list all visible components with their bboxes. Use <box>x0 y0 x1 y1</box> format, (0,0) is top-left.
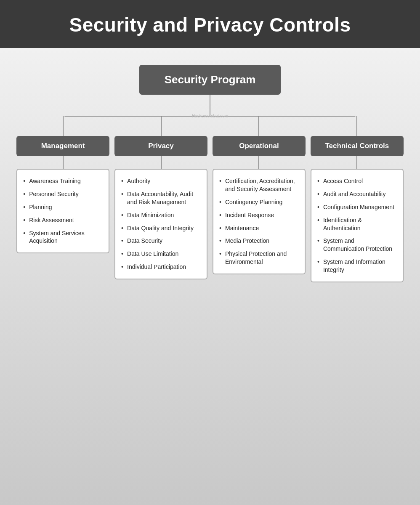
category-box-technical: Technical Controls <box>311 136 404 156</box>
category-box-privacy: Privacy <box>114 136 207 156</box>
list-item: Incident Response <box>218 211 298 219</box>
column-management: ManagementAwareness TrainingPersonnel Se… <box>16 116 109 282</box>
col-connector-privacy <box>161 116 162 136</box>
columns-wrapper: ManagementAwareness TrainingPersonnel Se… <box>16 116 404 282</box>
list-item: Media Protection <box>218 237 298 245</box>
col-connector-technical <box>356 116 357 136</box>
root-connector <box>210 95 210 116</box>
cat-connector-privacy <box>161 156 162 169</box>
column-operational: OperationalCertification, Accreditation,… <box>213 116 306 282</box>
column-privacy: PrivacyAuthorityData Accountability, Aud… <box>114 116 207 282</box>
list-item: Physical Protection and Environmental <box>218 250 298 266</box>
cat-connector-management <box>63 156 64 169</box>
list-item: System and Communication Protection <box>316 237 396 253</box>
cat-connector-technical <box>356 156 357 169</box>
list-item: System and Services Acquisition <box>21 229 102 245</box>
root-box: Security Program <box>139 65 281 95</box>
list-item: Data Quality and Integrity <box>120 224 200 232</box>
items-box-operational: Certification, Accreditation, and Securi… <box>213 169 306 274</box>
list-item: Identification & Authentication <box>316 216 396 232</box>
list-item: Data Accountability, Audit and Risk Mana… <box>120 190 200 206</box>
list-item: System and Information Integrity <box>316 258 396 274</box>
list-item: Data Minimization <box>120 211 200 219</box>
col-connector-operational <box>258 116 259 136</box>
columns-row: ManagementAwareness TrainingPersonnel Se… <box>16 116 404 282</box>
items-box-privacy: AuthorityData Accountability, Audit and … <box>114 169 207 279</box>
cat-connector-operational <box>258 156 259 169</box>
category-box-management: Management <box>16 136 109 156</box>
list-item: Data Use Limitation <box>120 250 200 258</box>
list-item: Awareness Training <box>21 177 102 185</box>
list-item: Authority <box>120 177 200 185</box>
list-item: Personnel Security <box>21 190 102 198</box>
items-box-technical: Access ControlAudit and AccountabilityCo… <box>311 169 404 282</box>
column-technical: Technical ControlsAccess ControlAudit an… <box>311 116 404 282</box>
list-item: Access Control <box>316 177 396 185</box>
list-item: Individual Participation <box>120 263 200 271</box>
list-item: Certification, Accreditation, and Securi… <box>218 177 298 193</box>
diagram-area: Security Program Hackercombat.com Manage… <box>0 48 420 505</box>
watermark: Hackercombat.com <box>192 114 228 118</box>
page-title: Security and Privacy Controls <box>69 14 351 36</box>
items-box-management: Awareness TrainingPersonnel SecurityPlan… <box>16 169 109 253</box>
list-item: Contingency Planning <box>218 198 298 206</box>
list-item: Configuration Management <box>316 203 396 211</box>
list-item: Planning <box>21 203 102 211</box>
list-item: Maintenance <box>218 224 298 232</box>
list-item: Audit and Accountability <box>316 190 396 198</box>
list-item: Risk Assessment <box>21 216 102 224</box>
page-header: Security and Privacy Controls <box>0 0 420 48</box>
list-item: Data Security <box>120 237 200 245</box>
category-box-operational: Operational <box>213 136 306 156</box>
col-connector-management <box>63 116 64 136</box>
